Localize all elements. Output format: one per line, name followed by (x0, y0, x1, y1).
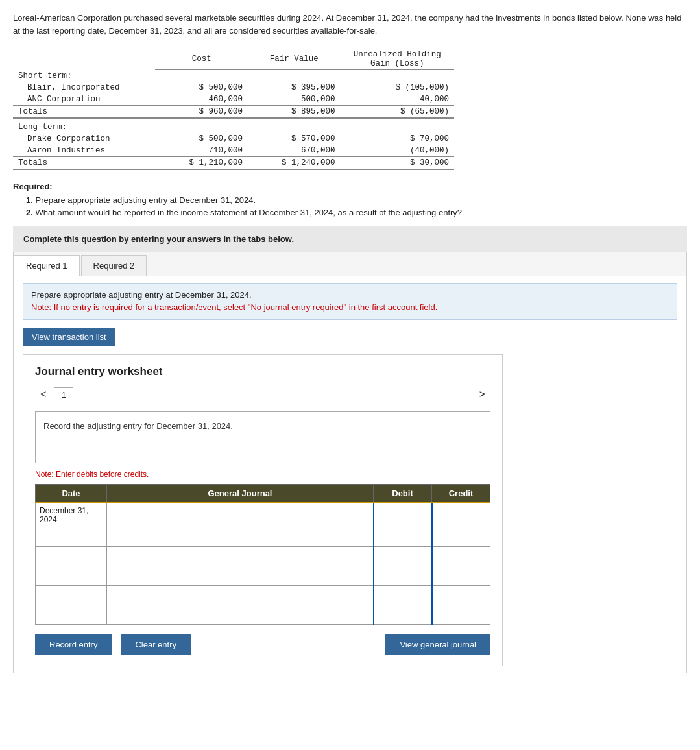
debit-cell-1[interactable] (374, 503, 432, 527)
date-cell-3 (36, 546, 107, 566)
credit-cell-5[interactable] (432, 585, 490, 605)
view-transaction-button[interactable]: View transaction list (23, 328, 115, 346)
tab-required-1[interactable]: Required 1 (14, 255, 80, 276)
th-debit: Debit (374, 484, 432, 503)
credit-cell-6[interactable] (432, 605, 490, 624)
info-line2: Note: If no entry is required for a tran… (31, 302, 437, 312)
debit-cell-5[interactable] (374, 585, 432, 605)
cost-header: Cost (155, 49, 248, 70)
row-long-totals: Totals $ 1,210,000 $ 1,240,000 $ 30,000 (13, 156, 454, 169)
required-item-1: 1. Prepare appropriate adjusting entry a… (26, 195, 687, 205)
info-banner: Prepare appropriate adjusting entry at D… (23, 283, 677, 320)
table-row (36, 546, 490, 566)
note-debits: Note: Enter debits before credits. (35, 470, 490, 479)
gj-input-5[interactable] (107, 586, 373, 605)
credit-input-3[interactable] (433, 547, 490, 566)
securities-table: Cost Fair Value Unrealized Holding Gain … (13, 49, 454, 170)
credit-cell-1[interactable] (432, 503, 490, 527)
prev-page-arrow[interactable]: < (35, 387, 51, 402)
credit-input-2[interactable] (433, 527, 490, 546)
table-row: December 31,2024 (36, 503, 490, 527)
debit-input-2[interactable] (374, 527, 431, 546)
tab-content: Prepare appropriate adjusting entry at D… (14, 276, 686, 673)
credit-input-6[interactable] (433, 605, 490, 624)
fv-header: Fair Value (248, 49, 341, 70)
table-row (36, 527, 490, 546)
clear-entry-button[interactable]: Clear entry (121, 634, 191, 655)
required-section: Required: 1. Prepare appropriate adjusti… (13, 182, 687, 217)
credit-input-4[interactable] (433, 566, 490, 585)
credit-cell-2[interactable] (432, 527, 490, 546)
debit-input-1[interactable] (374, 503, 431, 527)
section-short-term: Short term: (13, 70, 454, 82)
row-anc: ANC Corporation 460,000 500,000 40,000 (13, 93, 454, 106)
gj-cell-6[interactable] (107, 605, 374, 624)
credit-input-5[interactable] (433, 586, 490, 605)
entry-description: Record the adjusting entry for December … (35, 411, 490, 463)
debit-input-4[interactable] (374, 566, 431, 585)
complete-box: Complete this question by entering your … (13, 226, 687, 252)
credit-input-1[interactable] (433, 503, 490, 527)
debit-cell-6[interactable] (374, 605, 432, 624)
next-page-arrow[interactable]: > (474, 387, 490, 402)
credit-cell-4[interactable] (432, 566, 490, 585)
gj-input-3[interactable] (107, 547, 373, 566)
debit-cell-2[interactable] (374, 527, 432, 546)
required-item-2: 2. What amount would be reported in the … (26, 208, 687, 217)
intro-text: Loreal-American Corporation purchased se… (13, 12, 687, 37)
bottom-buttons: Record entry Clear entry View general jo… (35, 634, 490, 655)
gj-input-4[interactable] (107, 566, 373, 585)
debit-cell-4[interactable] (374, 566, 432, 585)
row-blair: Blair, Incorporated $ 500,000 $ 395,000 … (13, 82, 454, 93)
table-row (36, 585, 490, 605)
journal-table: Date General Journal Debit Credit Decemb… (35, 484, 490, 625)
info-line1: Prepare appropriate adjusting entry at D… (31, 290, 252, 300)
record-entry-button[interactable]: Record entry (35, 634, 112, 655)
section-long-term: Long term: (13, 118, 454, 133)
pagination-row: < 1 > (35, 387, 490, 402)
date-cell-1: December 31,2024 (36, 503, 107, 527)
worksheet-title: Journal entry worksheet (35, 365, 490, 378)
page-number-box[interactable]: 1 (54, 387, 73, 402)
row-drake: Drake Corporation $ 500,000 $ 570,000 $ … (13, 133, 454, 145)
gj-input-1[interactable] (107, 503, 373, 527)
tab-required-2[interactable]: Required 2 (81, 255, 147, 276)
date-cell-4 (36, 566, 107, 585)
debit-cell-3[interactable] (374, 546, 432, 566)
date-cell-6 (36, 605, 107, 624)
worksheet-box: Journal entry worksheet < 1 > Record the… (23, 354, 503, 666)
debit-input-3[interactable] (374, 547, 431, 566)
gj-cell-2[interactable] (107, 527, 374, 546)
required-heading: Required: (13, 182, 687, 191)
gj-cell-5[interactable] (107, 585, 374, 605)
gj-input-2[interactable] (107, 527, 373, 546)
tabs-container: Required 1 Required 2 Prepare appropriat… (13, 252, 687, 673)
table-row (36, 605, 490, 624)
date-cell-2 (36, 527, 107, 546)
tabs-bar: Required 1 Required 2 (14, 252, 686, 276)
urgl-header: Unrealized Holding Gain (Loss) (341, 49, 455, 70)
row-aaron: Aaron Industries 710,000 670,000 (40,000… (13, 145, 454, 157)
gj-cell-3[interactable] (107, 546, 374, 566)
table-row (36, 566, 490, 585)
date-cell-5 (36, 585, 107, 605)
gj-cell-1[interactable] (107, 503, 374, 527)
credit-cell-3[interactable] (432, 546, 490, 566)
th-credit: Credit (432, 484, 490, 503)
gj-input-6[interactable] (107, 605, 373, 624)
row-short-totals: Totals $ 960,000 $ 895,000 $ (65,000) (13, 105, 454, 118)
th-general-journal: General Journal (107, 484, 374, 503)
gj-cell-4[interactable] (107, 566, 374, 585)
debit-input-5[interactable] (374, 586, 431, 605)
th-date: Date (36, 484, 107, 503)
view-general-journal-button[interactable]: View general journal (385, 634, 490, 655)
debit-input-6[interactable] (374, 605, 431, 624)
